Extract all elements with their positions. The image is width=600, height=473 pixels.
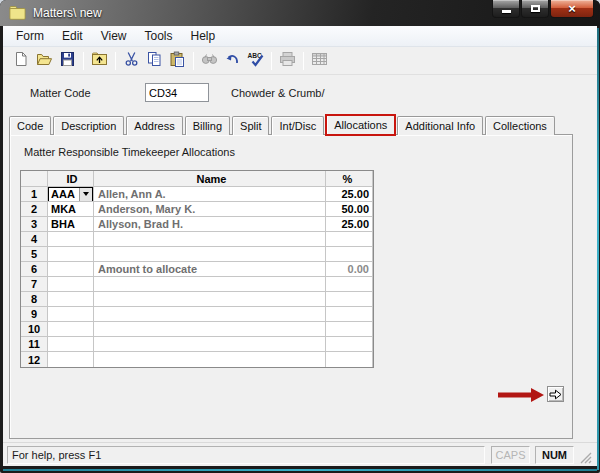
- undo-button[interactable]: [221, 50, 244, 72]
- cell-percent[interactable]: 25.00: [326, 187, 373, 202]
- toolbar-separator: [193, 52, 194, 70]
- id-combobox[interactable]: AAA: [48, 187, 93, 202]
- combobox-dropdown-button[interactable]: [79, 188, 92, 201]
- allocations-panel: Matter Responsible Timekeeper Allocation…: [9, 134, 573, 439]
- grid-icon: [311, 51, 328, 71]
- cell-id[interactable]: [48, 322, 94, 337]
- cell-percent[interactable]: [326, 322, 373, 337]
- cell-name: [94, 247, 326, 262]
- cell-percent[interactable]: [326, 352, 373, 367]
- find-button: [198, 50, 221, 72]
- column-header-id: ID: [48, 171, 94, 187]
- tab-additional-info[interactable]: Additional Info: [397, 116, 483, 135]
- next-record-button[interactable]: [547, 386, 564, 402]
- client-name-text: Chowder & Crumb/: [231, 87, 325, 99]
- close-button[interactable]: ×: [550, 0, 594, 18]
- table-row: 6Amount to allocate0.00: [21, 262, 373, 277]
- paste-button[interactable]: [166, 50, 189, 72]
- spellcheck-button[interactable]: ABC: [244, 50, 267, 72]
- cell-percent[interactable]: 25.00: [326, 217, 373, 232]
- table-row: 4: [21, 232, 373, 247]
- print-button: [276, 50, 299, 72]
- tab-split[interactable]: Split: [232, 116, 269, 135]
- row-number: 10: [21, 322, 48, 337]
- menu-item-edit[interactable]: Edit: [53, 27, 92, 45]
- cell-id[interactable]: [48, 352, 94, 367]
- cell-id[interactable]: [48, 232, 94, 247]
- matter-code-input[interactable]: [145, 83, 209, 102]
- table-row: 9: [21, 307, 373, 322]
- paste-icon: [169, 51, 186, 71]
- tab-bar: CodeDescriptionAddressBillingSplitInt/Di…: [9, 114, 573, 135]
- cell-id[interactable]: BHA: [48, 217, 94, 232]
- column-header-num: [21, 171, 48, 187]
- tab-code[interactable]: Code: [9, 116, 51, 135]
- maximize-button[interactable]: [521, 0, 549, 18]
- undo-icon: [224, 51, 241, 71]
- cell-id[interactable]: [48, 247, 94, 262]
- cell-id[interactable]: AAA: [48, 187, 94, 202]
- column-header-name: Name: [94, 171, 326, 187]
- client-area: FormEditViewToolsHelp ABC Matter Code Ch…: [3, 26, 597, 466]
- open-button[interactable]: [33, 50, 56, 72]
- cell-percent[interactable]: [326, 292, 373, 307]
- tab-description[interactable]: Description: [53, 116, 124, 135]
- folder-up-icon: [91, 51, 108, 71]
- table-row: 3BHAAllyson, Brad H.25.00: [21, 217, 373, 232]
- cell-percent[interactable]: [326, 247, 373, 262]
- spellcheck-icon: ABC: [247, 51, 264, 71]
- cell-percent[interactable]: [326, 337, 373, 352]
- copy-button[interactable]: [143, 50, 166, 72]
- table-row: 2MKAAnderson, Mary K.50.00: [21, 202, 373, 217]
- cell-id[interactable]: [48, 262, 94, 277]
- row-number: 8: [21, 292, 48, 307]
- cut-button[interactable]: [120, 50, 143, 72]
- menu-item-help[interactable]: Help: [182, 27, 225, 45]
- minimize-button[interactable]: [492, 0, 520, 18]
- status-message: For help, press F1: [7, 446, 485, 464]
- tab-collections[interactable]: Collections: [485, 116, 555, 135]
- id-combobox-value: AAA: [49, 188, 79, 200]
- tab-int-disc[interactable]: Int/Disc: [271, 116, 324, 135]
- cell-percent[interactable]: 50.00: [326, 202, 373, 217]
- cell-percent[interactable]: [326, 277, 373, 292]
- table-row: 8: [21, 292, 373, 307]
- cell-percent[interactable]: [326, 232, 373, 247]
- tab-label: Additional Info: [405, 120, 475, 132]
- menu-item-tools[interactable]: Tools: [135, 27, 181, 45]
- find-icon: [201, 51, 218, 71]
- status-indicator-num: NUM: [535, 446, 574, 464]
- cell-id[interactable]: [48, 277, 94, 292]
- cell-id[interactable]: [48, 337, 94, 352]
- table-row: 1AAAAllen, Ann A.25.00: [21, 187, 373, 202]
- maximize-icon: [531, 5, 540, 12]
- allocations-table: IDName%1AAAAllen, Ann A.25.002MKAAnderso…: [20, 170, 374, 368]
- cell-percent[interactable]: 0.00: [326, 262, 373, 277]
- tab-allocations[interactable]: Allocations: [326, 114, 395, 135]
- window-title: Matters\ new: [33, 6, 102, 20]
- row-number: 4: [21, 232, 48, 247]
- tab-billing[interactable]: Billing: [185, 116, 230, 135]
- tab-label: Address: [134, 120, 174, 132]
- menu-item-form[interactable]: Form: [7, 27, 53, 45]
- tab-label: Split: [240, 120, 261, 132]
- title-bar[interactable]: Matters\ new ×: [0, 0, 600, 26]
- folder-up-button[interactable]: [88, 50, 111, 72]
- new-button[interactable]: [10, 50, 33, 72]
- cell-name: [94, 277, 326, 292]
- resize-grip[interactable]: [579, 451, 593, 465]
- row-number: 7: [21, 277, 48, 292]
- toolbar: ABC: [3, 48, 597, 75]
- cell-id[interactable]: [48, 307, 94, 322]
- cell-id[interactable]: MKA: [48, 202, 94, 217]
- cell-percent[interactable]: [326, 307, 373, 322]
- save-button[interactable]: [56, 50, 79, 72]
- copy-icon: [146, 51, 163, 71]
- window-frame-accent-right: [597, 28, 599, 470]
- menu-item-view[interactable]: View: [92, 27, 136, 45]
- cell-id[interactable]: [48, 292, 94, 307]
- tab-label: Allocations: [334, 119, 387, 131]
- tab-address[interactable]: Address: [126, 116, 182, 135]
- row-number: 6: [21, 262, 48, 277]
- row-number: 3: [21, 217, 48, 232]
